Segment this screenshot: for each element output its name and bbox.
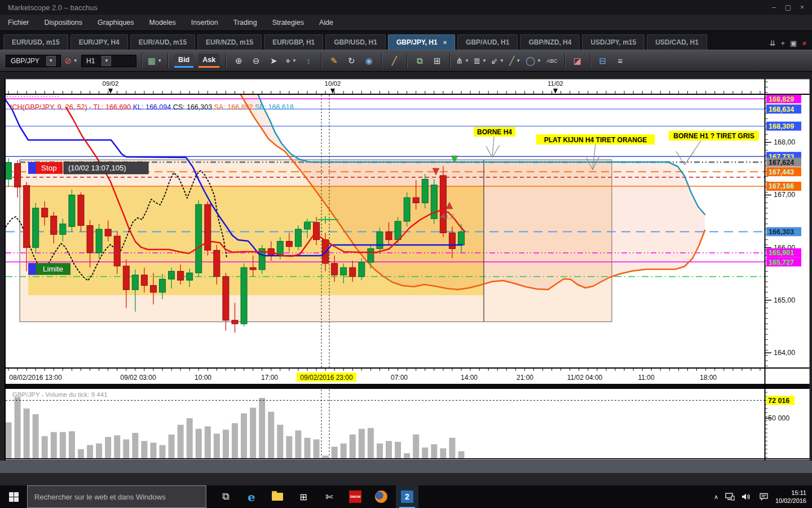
volume-icon[interactable] xyxy=(742,493,752,501)
chevron-down-icon[interactable]: ▼ xyxy=(500,58,504,63)
close-chart-button[interactable]: × xyxy=(802,39,806,47)
stop-order-label[interactable]: Stop(10/02 13:07,105) xyxy=(28,162,148,174)
tray-clock[interactable]: 15:11 10/02/2016 xyxy=(775,489,806,505)
trading-app-button[interactable]: 2 xyxy=(396,485,418,508)
chevron-down-icon[interactable]: ▼ xyxy=(537,58,541,63)
menu-item-graphiques[interactable]: Graphiques xyxy=(98,19,134,27)
zoom-out-icon[interactable]: ⊖ xyxy=(249,54,263,68)
horizontal-scrollbar[interactable] xyxy=(0,461,812,473)
chevron-down-icon[interactable]: ▼ xyxy=(46,56,56,66)
firefox-button[interactable] xyxy=(370,485,392,508)
tab-close-icon[interactable]: × xyxy=(443,39,447,46)
zoom-select-icon[interactable]: ⌖▼ xyxy=(284,54,298,68)
candle xyxy=(440,176,446,233)
ellipse-icon[interactable]: ◯▼ xyxy=(525,54,542,68)
unlink-icon[interactable]: ⊘▼ xyxy=(64,54,78,68)
rotate-icon[interactable]: ↻ xyxy=(344,54,359,68)
store-button[interactable]: ⊞ xyxy=(292,485,315,508)
bid-toggle[interactable]: Bid xyxy=(174,54,193,68)
object-tree-icon[interactable]: ⊟ xyxy=(595,54,610,68)
snow-app-button[interactable]: SNOW xyxy=(344,485,367,508)
tab-gbp-jpy-h1[interactable]: GBP/JPY, H1× xyxy=(388,34,455,50)
volume-bar xyxy=(286,436,292,459)
trendline-icon[interactable]: ╱▼ xyxy=(508,54,522,68)
tab-eur-usd-m15[interactable]: EUR/USD, m15 xyxy=(3,34,68,50)
candle xyxy=(51,216,57,235)
timeframe-select[interactable]: H1▼ xyxy=(81,55,136,67)
volume-bar xyxy=(187,418,193,459)
tab-usd-cad-h1[interactable]: USD/CAD, H1 xyxy=(647,34,707,50)
menu-icon[interactable]: ≡ xyxy=(613,54,628,68)
time-axis-label: 21:00 xyxy=(517,374,533,382)
text-tool-icon[interactable]: ABC xyxy=(545,54,559,68)
chevron-down-icon[interactable]: ▼ xyxy=(102,56,111,66)
candle xyxy=(196,204,202,273)
taskbar-search-input[interactable]: Rechercher sur le web et dans Windows xyxy=(27,485,206,508)
menu-item-trading[interactable]: Trading xyxy=(233,19,257,27)
chart-type-icon[interactable]: ▦▼ xyxy=(147,54,162,68)
task-view-button[interactable]: ⧉ xyxy=(214,485,237,508)
tray-chevron-icon[interactable]: ∧ xyxy=(714,493,718,501)
network-icon[interactable] xyxy=(725,493,735,501)
edge-button[interactable]: e xyxy=(240,485,263,508)
maximize-button[interactable]: ▢ xyxy=(785,3,791,11)
add-image-icon[interactable]: ⧉ xyxy=(412,54,427,68)
symbol-select[interactable]: GBP/JPY▼ xyxy=(6,55,61,67)
volume-bar xyxy=(214,433,220,459)
add-tab-button[interactable]: + xyxy=(781,39,785,47)
ask-toggle[interactable]: Ask xyxy=(198,54,219,68)
eraser-icon[interactable]: ◪ xyxy=(570,54,585,68)
limit-order-label[interactable]: Limite xyxy=(28,263,70,275)
menu-item-insertion[interactable]: Insertion xyxy=(191,19,218,27)
chevron-down-icon[interactable]: ▼ xyxy=(465,58,469,63)
tab-eur-gbp-h1[interactable]: EUR/GBP, H1 xyxy=(264,34,323,50)
tab-gbp-usd-h1[interactable]: GBP/USD, H1 xyxy=(325,34,386,50)
snipping-tool-button[interactable]: ✄ xyxy=(318,485,341,508)
tab-eur-nzd-m15[interactable]: EUR/NZD, m15 xyxy=(197,34,262,50)
svg-text:168,634: 168,634 xyxy=(769,106,794,113)
volume-bar xyxy=(178,425,184,459)
firefox-icon xyxy=(375,491,387,503)
chevron-down-icon[interactable]: ▼ xyxy=(73,58,78,63)
menu-item-strategies[interactable]: Strategies xyxy=(272,19,304,27)
menu-item-modeles[interactable]: Modeles xyxy=(149,19,176,27)
fit-vertical-icon[interactable]: ↕ xyxy=(301,54,316,68)
chevron-down-icon[interactable]: ▼ xyxy=(516,58,520,63)
tab-gbp-aud-h1[interactable]: GBP/AUD, H1 xyxy=(457,34,518,50)
minimize-button[interactable]: – xyxy=(772,3,776,11)
start-button[interactable] xyxy=(0,485,27,508)
volume-bar xyxy=(332,446,338,459)
zoom-in-icon[interactable]: ⊕ xyxy=(231,54,246,68)
action-center-icon[interactable] xyxy=(759,493,769,501)
note-icon[interactable]: ✎ xyxy=(326,54,341,68)
chevron-down-icon[interactable]: ▼ xyxy=(292,58,297,63)
menu-item-aide[interactable]: Aide xyxy=(319,19,333,27)
candle xyxy=(69,195,75,226)
candle xyxy=(60,224,66,235)
chevron-down-icon[interactable]: ▼ xyxy=(157,58,162,63)
close-button[interactable]: × xyxy=(800,3,804,11)
pitchfork-icon[interactable]: ⋔▼ xyxy=(455,54,470,68)
tab-list-chevron-icon[interactable]: ⇊ xyxy=(770,39,776,47)
explorer-button[interactable] xyxy=(266,485,289,508)
globe-icon[interactable]: ◉ xyxy=(361,54,376,68)
time-axis-label: 14:00 xyxy=(461,374,478,382)
cursor-icon[interactable]: ➤ xyxy=(266,54,281,68)
chart-canvas[interactable]: -41,3Stop(10/02 13:07,105)LimiteICH(GBP/… xyxy=(0,0,812,508)
tab-eur-aud-m15[interactable]: EUR/AUD, m15 xyxy=(130,34,195,50)
chevron-down-icon[interactable]: ▼ xyxy=(482,58,487,63)
ruler-icon[interactable]: ╱ xyxy=(387,54,401,68)
chart-area[interactable]: -41,3Stop(10/02 13:07,105)LimiteICH(GBP/… xyxy=(0,0,812,508)
fibonacci-icon[interactable]: ≣▼ xyxy=(473,54,487,68)
menu-item-dispositions[interactable]: Dispositions xyxy=(45,19,82,27)
candle xyxy=(377,232,383,249)
tab-eur-jpy-h4[interactable]: EUR/JPY, H4 xyxy=(70,34,128,50)
restore-chart-button[interactable]: ▣ xyxy=(790,39,797,47)
pnl-label: -41,3 xyxy=(439,213,454,220)
tab-gbp-nzd-h4[interactable]: GBP/NZD, H4 xyxy=(520,34,580,50)
volume-bar xyxy=(96,444,102,459)
arrows-tool-icon[interactable]: ⇙▼ xyxy=(490,54,505,68)
frames-icon[interactable]: ⊞ xyxy=(430,54,444,68)
menu-item-fichier[interactable]: Fichier xyxy=(8,19,29,27)
tab-usd-jpy-m15[interactable]: USD/JPY, m15 xyxy=(582,34,645,50)
